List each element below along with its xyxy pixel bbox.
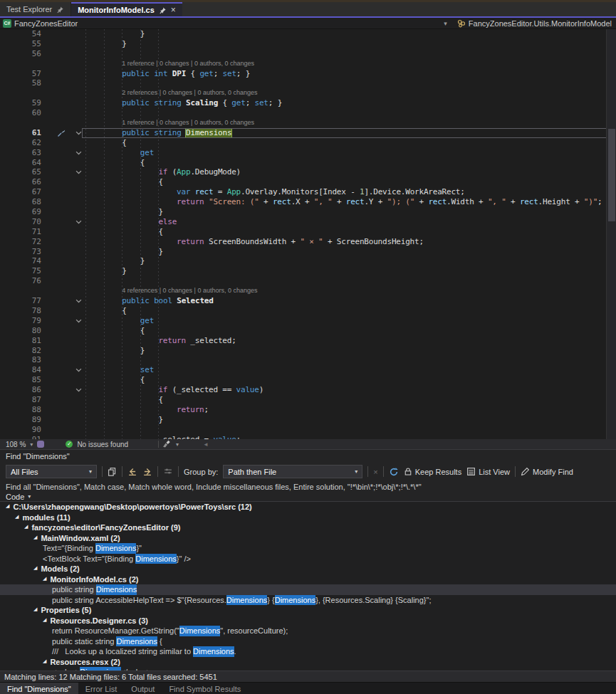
- expander-icon[interactable]: ◢: [43, 656, 46, 667]
- code-line: 84set: [0, 365, 616, 375]
- tree-group-row[interactable]: ◢C:\Users\zhaopengwang\Desktop\powertoys…: [0, 502, 616, 512]
- code-text: if (_selected == value): [85, 385, 616, 395]
- glyph-margin: [48, 256, 85, 266]
- pin-icon[interactable]: [56, 6, 64, 14]
- code-text: {: [85, 158, 616, 168]
- fold-chevron-icon[interactable]: [75, 168, 83, 176]
- tab-monitorinfomodel[interactable]: MonitorInfoModel.cs ×: [71, 2, 182, 16]
- fold-chevron-icon[interactable]: [75, 129, 83, 137]
- list-view-button[interactable]: List View: [466, 467, 510, 476]
- line-number: [0, 59, 48, 69]
- line-number: 86: [0, 385, 48, 395]
- panel-tab[interactable]: Find Symbol Results: [162, 683, 248, 694]
- line-number: 62: [0, 138, 48, 148]
- issues-status[interactable]: No issues found: [77, 441, 128, 448]
- quick-actions-icon[interactable]: [57, 129, 66, 137]
- fold-chevron-icon[interactable]: [75, 366, 83, 374]
- tree-group-row[interactable]: ◢modules (11): [0, 512, 616, 523]
- type-dropdown[interactable]: ▾ FancyZonesEditor.Utils.MonitorInfoMode…: [444, 19, 616, 28]
- tree-group-row[interactable]: ◢Properties (5): [0, 605, 616, 616]
- tree-result-row[interactable]: <TextBlock Text="{Binding Dimensions}" /…: [0, 554, 616, 564]
- code-line: 57public int DPI { get; set; }: [0, 69, 616, 79]
- chevron-down-icon[interactable]: ▾: [176, 441, 179, 448]
- project-dropdown[interactable]: C# FancyZonesEditor: [0, 19, 444, 28]
- pin-icon[interactable]: [159, 6, 167, 14]
- keep-results-button[interactable]: Keep Results: [404, 467, 461, 476]
- class-icon: [457, 19, 466, 28]
- code-text: }: [85, 39, 616, 49]
- glyph-margin: [48, 355, 85, 365]
- tree-result-row[interactable]: return ResourceManager.GetString("Dimens…: [0, 626, 616, 636]
- vertical-scrollbar[interactable]: [606, 29, 616, 439]
- line-number: [0, 118, 48, 128]
- close-icon[interactable]: ×: [171, 5, 176, 15]
- hscroll-left-arrow-icon[interactable]: ◄: [203, 441, 209, 448]
- code-editor[interactable]: 54}55}561 reference | 0 changes | 0 auth…: [0, 29, 616, 439]
- fold-chevron-icon[interactable]: [75, 149, 83, 157]
- fold-chevron-icon[interactable]: [75, 386, 83, 394]
- match-highlight: Dimensions: [116, 636, 157, 647]
- line-number: 78: [0, 306, 48, 316]
- scope-dropdown[interactable]: All Files ▾: [6, 465, 97, 478]
- next-location-icon[interactable]: [142, 467, 152, 476]
- copy-icon[interactable]: [108, 467, 117, 476]
- tree-result-row[interactable]: public static string Dimensions {: [0, 636, 616, 647]
- tree-group-row[interactable]: ◢Resources.Designer.cs (3): [0, 616, 616, 626]
- lock-icon: [404, 467, 412, 476]
- tree-group-row[interactable]: ◢MainWindow.xaml (2): [0, 533, 616, 544]
- code-cleanup-broom-icon[interactable]: [163, 440, 172, 448]
- tree-result-row[interactable]: public string Dimensions: [0, 584, 616, 595]
- tree-group-row[interactable]: ◢fancyzones\editor\FancyZonesEditor (9): [0, 522, 616, 533]
- code-filter-dropdown[interactable]: Code ▾: [0, 492, 616, 502]
- line-number: 81: [0, 336, 48, 346]
- navigation-bar: C# FancyZonesEditor ▾ FancyZonesEditor.U…: [0, 18, 616, 29]
- fold-chevron-icon[interactable]: [75, 297, 83, 305]
- fold-chevron-icon[interactable]: [75, 317, 83, 325]
- result-text: }, {Resources.Scaling} {Scaling}";: [315, 595, 431, 606]
- line-number: 58: [0, 78, 48, 88]
- zoom-level[interactable]: 108 %: [6, 441, 26, 448]
- group-by-dropdown[interactable]: Path then File ▾: [223, 465, 362, 478]
- expander-icon[interactable]: ◢: [33, 604, 37, 615]
- tree-group-row[interactable]: ◢Resources.resx (2): [0, 657, 616, 668]
- chevron-down-icon[interactable]: ▾: [444, 20, 447, 27]
- codelens-text: 2 references | 0 changes | 0 authors, 0 …: [85, 88, 616, 98]
- expander-icon[interactable]: ◢: [6, 502, 9, 512]
- line-number: 71: [0, 227, 48, 237]
- expander-icon[interactable]: ◢: [43, 574, 46, 584]
- document-health-icon[interactable]: [37, 441, 44, 448]
- glyph-margin: [48, 375, 85, 385]
- panel-tab[interactable]: Error List: [78, 683, 125, 694]
- code-text: [85, 425, 616, 435]
- code-text: {: [85, 375, 616, 385]
- expander-icon[interactable]: ◢: [33, 563, 37, 574]
- filter-options-icon[interactable]: [163, 467, 173, 476]
- code-line: 55}: [0, 39, 616, 49]
- code-text: public string Scaling { get; set; }: [85, 98, 616, 108]
- expander-icon[interactable]: ◢: [24, 522, 28, 532]
- expander-icon[interactable]: ◢: [43, 615, 46, 626]
- codelens-text: 1 reference | 0 changes | 0 authors, 0 c…: [85, 118, 616, 128]
- tab-test-explorer[interactable]: Test Explorer: [0, 2, 71, 16]
- glyph-margin: [48, 365, 85, 375]
- tree-group-row[interactable]: ◢Models (2): [0, 564, 616, 574]
- fold-chevron-icon[interactable]: [75, 218, 83, 226]
- panel-tab[interactable]: Output: [124, 683, 162, 694]
- zoom-dropdown-icon[interactable]: ▾: [30, 441, 33, 448]
- tree-result-row[interactable]: /// Looks up a localized string similar …: [0, 646, 616, 657]
- tree-result-row[interactable]: public string AccessibleHelpText => $"{R…: [0, 595, 616, 606]
- code-text: get: [85, 316, 616, 326]
- match-highlight: Dimensions: [96, 584, 137, 595]
- panel-tab[interactable]: Find "Dimensions": [0, 683, 78, 694]
- glyph-margin: [48, 385, 85, 395]
- tree-result-row[interactable]: Text="{Binding Dimensions}": [0, 543, 616, 554]
- scrollbar-thumb[interactable]: [608, 129, 615, 221]
- tree-group-row[interactable]: ◢MonitorInfoModel.cs (2): [0, 574, 616, 585]
- previous-location-icon[interactable]: [127, 467, 137, 476]
- expander-icon[interactable]: ◢: [15, 512, 19, 522]
- expander-icon[interactable]: ◢: [33, 532, 37, 543]
- modify-find-button[interactable]: Modify Find: [521, 467, 573, 476]
- refresh-icon[interactable]: [389, 467, 399, 477]
- code-line: 76: [0, 276, 616, 286]
- code-line: 85{: [0, 375, 616, 385]
